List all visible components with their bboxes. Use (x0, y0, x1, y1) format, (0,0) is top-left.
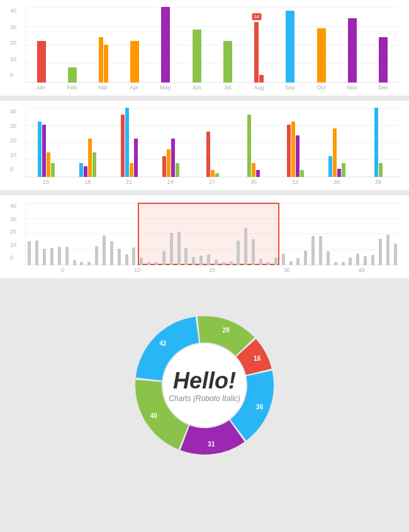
x-label: 24 (150, 179, 191, 185)
bar (35, 241, 38, 265)
bar-group-1 (33, 203, 41, 265)
bar (349, 258, 352, 265)
bar (58, 247, 61, 265)
bar (379, 239, 382, 265)
bar (300, 170, 304, 177)
bar (42, 125, 46, 177)
bar: 34 (254, 22, 259, 82)
bar (37, 41, 46, 82)
chart2-bars (25, 108, 399, 178)
bar (47, 152, 50, 177)
bar-group-20 (175, 203, 182, 265)
bar-group-21 (182, 203, 190, 265)
bar (287, 125, 291, 177)
bar (147, 262, 150, 265)
bar-group-12 (115, 203, 123, 265)
x-label: 0 (25, 267, 100, 273)
bar (364, 256, 367, 265)
bar (237, 241, 240, 265)
bar (223, 41, 232, 82)
donut-section: 291636314042 Hello! Charts (Roboto Itali… (0, 283, 409, 492)
bar (247, 115, 251, 177)
bar-group-17 (153, 203, 160, 265)
segment-label-text: 31 (208, 441, 215, 448)
chart2-wrapper: 0 10 20 30 40 151821242730333639 (10, 108, 399, 185)
bar-group-1 (57, 8, 87, 82)
bar-group-9 (306, 8, 337, 82)
bar (28, 241, 31, 265)
bar-group-3 (119, 8, 150, 82)
donut-container: 291636314042 Hello! Charts (Roboto Itali… (10, 291, 399, 480)
bar (95, 246, 98, 265)
segment-label-text: 16 (254, 355, 261, 362)
x-label: Dec (368, 84, 400, 91)
bar (333, 128, 337, 177)
donut-hello-text: Hello! (173, 368, 236, 394)
bar-group-4 (192, 108, 233, 177)
bar (328, 156, 332, 177)
bar-highlight-label: 34 (252, 13, 261, 20)
bar (79, 163, 83, 177)
x-label: 39 (357, 179, 399, 185)
bar (342, 262, 345, 265)
bar (337, 169, 341, 177)
bar (125, 254, 128, 265)
bar-group-35 (287, 203, 294, 265)
bar-group-7 (78, 203, 86, 265)
bar-group-2 (88, 8, 119, 82)
bar-group-48 (384, 203, 391, 265)
bar-group-29 (242, 203, 250, 265)
bar (211, 170, 215, 177)
bar (259, 259, 262, 265)
bar (162, 156, 166, 177)
bar (38, 122, 42, 177)
bar-group-37 (302, 203, 310, 265)
bar (162, 251, 165, 265)
bar (184, 248, 188, 265)
bar-group-10 (101, 203, 108, 265)
bar (386, 235, 389, 265)
bar (192, 257, 195, 265)
bar-group-40 (324, 203, 332, 265)
bar (206, 132, 210, 177)
bar-group-28 (235, 203, 242, 265)
bar-group-3 (48, 203, 56, 265)
bar-group-14 (130, 203, 138, 265)
bar (267, 262, 270, 265)
bar (222, 262, 225, 265)
x-label: Oct (306, 84, 337, 91)
bar (130, 163, 133, 177)
bar (289, 261, 293, 265)
x-label: 40 (324, 267, 399, 273)
bar (130, 41, 139, 82)
bar (155, 262, 158, 265)
bar (215, 173, 219, 177)
x-label: Feb (57, 84, 88, 91)
bar-group-22 (190, 203, 198, 265)
bar-group-19 (167, 203, 175, 265)
x-label: Aug (244, 84, 275, 91)
x-label: Mar (87, 84, 119, 91)
bar-group-1 (67, 108, 109, 177)
bar-group-38 (310, 203, 317, 265)
chart1-x-axis: JanFebMarAprMayJunJulAugSepOctNovDec (25, 84, 399, 91)
bar-group-5 (181, 8, 212, 82)
bar (65, 247, 69, 265)
bar-group-44 (354, 203, 362, 265)
bar (84, 166, 87, 177)
bar-group-27 (227, 203, 235, 265)
chart3-y-axis: 0 10 20 30 40 (10, 203, 23, 261)
bar-group-31 (257, 203, 265, 265)
x-label: 30 (249, 267, 324, 273)
donut-subtitle-text: Charts (Roboto Italic) (169, 394, 240, 403)
segment-label-text: 40 (150, 412, 158, 419)
bar-group-49 (391, 203, 399, 265)
bar (125, 108, 129, 177)
bar (99, 37, 103, 82)
chart2-section: 0 10 20 30 40 151821242730333639 (0, 101, 409, 190)
bar-group-0 (26, 108, 67, 177)
x-label: 15 (25, 179, 67, 185)
x-label: 10 (100, 267, 175, 273)
bar (259, 75, 264, 82)
bar (68, 67, 77, 82)
